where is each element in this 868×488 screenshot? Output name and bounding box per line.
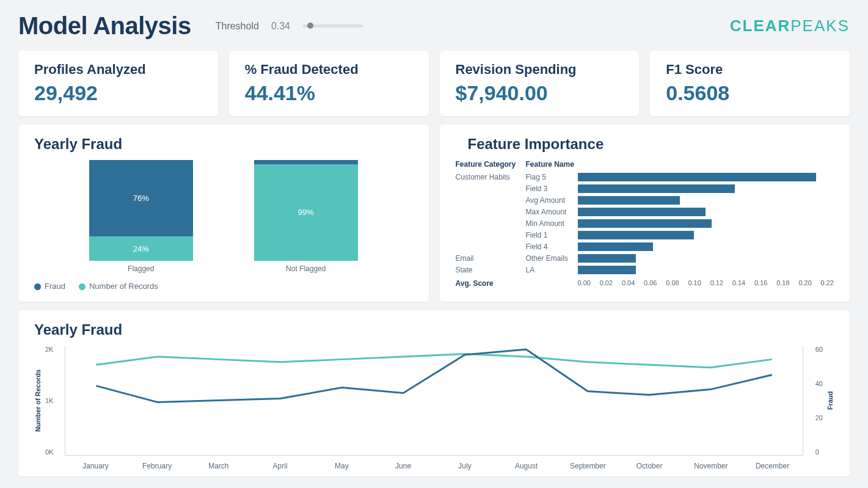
brand-logo: CLEARPEAKS	[730, 16, 850, 35]
kpi-label: % Fraud Detected	[245, 62, 413, 78]
fi-bar	[578, 266, 636, 274]
stack-not-flagged: 99% Not Flagged	[254, 160, 358, 273]
fi-tick: 0.10	[688, 279, 701, 288]
fi-bar-track	[578, 173, 834, 181]
fi-tick: 0.04	[622, 279, 635, 288]
fi-tick: 0.18	[776, 279, 789, 288]
kpi-value: 29,492	[34, 81, 202, 105]
segment-label: 99%	[298, 208, 314, 217]
fi-feature-name: LA	[526, 266, 578, 274]
col-header-category: Feature Category	[456, 160, 526, 169]
card-title: Feature Importance	[468, 136, 834, 153]
logo-thin: PEAKS	[790, 16, 850, 35]
y-tick: 0K	[45, 448, 53, 456]
fi-feature-name: Min Amount	[526, 219, 578, 228]
x-tick: May	[311, 462, 373, 470]
fi-category: Email	[456, 254, 526, 263]
kpi-value: 0.5608	[666, 81, 834, 105]
yearly-fraud-stacked-card: Yearly Fraud 76% 24% Flagged 99% Not Fla…	[18, 125, 429, 302]
fi-bar	[578, 196, 680, 205]
page-title: Model Analysis	[18, 12, 191, 40]
segment-fraud: 76%	[89, 160, 193, 236]
x-tick: February	[126, 462, 188, 470]
logo-bold: CLEAR	[730, 16, 791, 35]
legend-dot-icon	[34, 283, 41, 290]
legend-item-records: Number of Records	[79, 282, 158, 291]
y-tick: 60	[815, 346, 823, 353]
stack-label: Flagged	[89, 264, 193, 273]
threshold-slider[interactable]	[302, 24, 363, 27]
fi-bar	[578, 219, 712, 228]
fi-bar	[578, 231, 695, 239]
fi-tick: 0.14	[732, 279, 745, 288]
line-series	[96, 349, 771, 402]
x-tick: July	[434, 462, 496, 470]
fi-bar-track	[578, 184, 834, 193]
x-tick: December	[742, 462, 803, 470]
feature-importance-card: Feature Importance Feature Category Feat…	[440, 125, 850, 302]
threshold-value: 0.34	[271, 21, 290, 32]
fi-tick: 0.02	[600, 279, 613, 288]
kpi-profiles: Profiles Analyzed 29,492	[18, 51, 218, 116]
kpi-label: F1 Score	[666, 62, 834, 78]
fi-tick: 0.22	[821, 279, 834, 288]
x-tick: April	[249, 462, 311, 470]
kpi-label: Profiles Analyzed	[34, 62, 202, 78]
fi-tick: 0.08	[666, 279, 679, 288]
fi-tick: 0.00	[578, 279, 591, 288]
fi-row: Min Amount	[456, 217, 834, 229]
fi-feature-name: Avg Amount	[526, 196, 578, 205]
kpi-fraud-pct: % Fraud Detected 44.41%	[229, 51, 429, 116]
x-tick: March	[188, 462, 250, 470]
fi-feature-name: Field 4	[526, 242, 578, 251]
fi-bar	[578, 254, 636, 263]
fi-bar-track	[578, 208, 834, 216]
y-tick: 20	[815, 414, 823, 421]
fi-tick: 0.12	[710, 279, 723, 288]
x-tick: January	[65, 462, 126, 470]
fi-row: EmailOther Emails	[456, 252, 834, 264]
kpi-value: $7,940.00	[456, 81, 624, 105]
stack-flagged: 76% 24% Flagged	[89, 160, 193, 273]
fi-bar-track	[578, 231, 834, 239]
segment-label: 76%	[133, 194, 149, 203]
legend: Fraud Number of Records	[34, 282, 413, 291]
fi-tick: 0.20	[798, 279, 811, 288]
fi-bar-track	[578, 196, 834, 205]
fi-bar	[578, 242, 654, 251]
line-series	[96, 354, 771, 367]
fi-row: Field 1	[456, 229, 834, 241]
fi-bar	[578, 184, 735, 193]
y-tick: 1K	[45, 397, 53, 404]
y-axis-right-label: Fraud	[826, 346, 834, 456]
col-header-name: Feature Name	[526, 160, 578, 169]
kpi-f1: F1 Score 0.5608	[650, 51, 850, 116]
fi-category: Customer Habits	[456, 173, 526, 181]
y-tick: 2K	[45, 346, 53, 353]
fi-row: Field 3	[456, 183, 834, 194]
segment-records: 24%	[89, 236, 193, 261]
y-tick: 40	[815, 380, 823, 387]
segment-label: 24%	[133, 244, 149, 253]
card-title: Yearly Fraud	[34, 136, 413, 153]
kpi-revision: Revision Spending $7,940.00	[440, 51, 640, 116]
fi-feature-name: Flag 5	[526, 173, 578, 181]
legend-item-fraud: Fraud	[34, 282, 65, 291]
card-title: Yearly Fraud	[34, 321, 834, 338]
x-tick: October	[619, 462, 680, 470]
x-tick: June	[373, 462, 434, 470]
fi-row: Max Amount	[456, 206, 834, 217]
slider-knob[interactable]	[307, 23, 313, 29]
fi-row: StateLA	[456, 264, 834, 275]
stack-label: Not Flagged	[254, 264, 358, 273]
fi-tick: 0.16	[754, 279, 767, 288]
fi-bar-track	[578, 254, 834, 263]
header: Model Analysis Threshold 0.34 CLEARPEAKS	[18, 12, 850, 40]
legend-label: Fraud	[45, 282, 65, 291]
fi-bar-track	[578, 242, 834, 251]
x-tick: September	[557, 462, 619, 470]
fi-bar-track	[578, 219, 834, 228]
yearly-fraud-line-card: Yearly Fraud Number of Records 2K1K0K Fr…	[18, 310, 850, 476]
fi-feature-name: Other Emails	[526, 254, 578, 263]
y-tick: 0	[815, 448, 823, 456]
